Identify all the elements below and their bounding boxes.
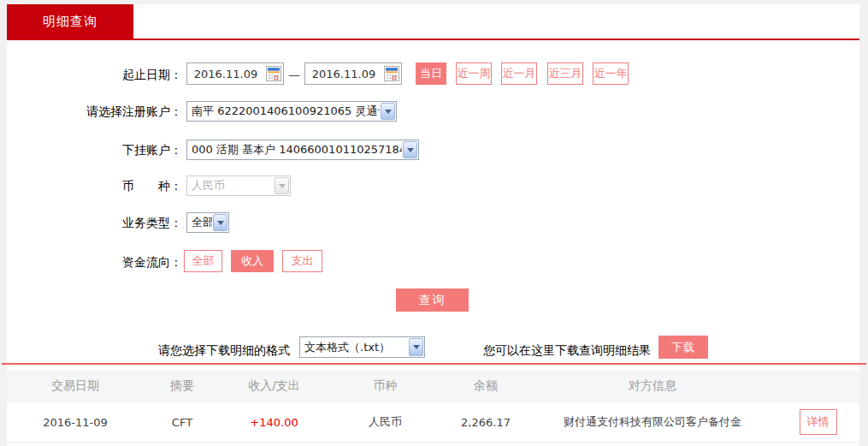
cell-currency: 人民币 [328, 402, 443, 442]
currency-label: 币 种： [0, 179, 182, 194]
registered-account-select[interactable]: 南平 6222001406100921065 灵通卡 [186, 101, 397, 122]
registered-account-label: 请选择注册账户： [0, 104, 182, 120]
download-button[interactable]: 下载 [658, 336, 708, 359]
tab-underline [7, 39, 859, 40]
quick-range-3months-button[interactable]: 近三月 [547, 62, 583, 85]
end-date-value: 2016.11.09 [305, 68, 384, 80]
chevron-down-icon [275, 177, 289, 194]
sub-account-label: 下挂账户： [0, 143, 182, 158]
start-date-input[interactable]: 2016.11.09 [186, 62, 284, 85]
start-date-value: 2016.11.09 [187, 68, 266, 80]
download-format-label: 请您选择下载明细的格式 [158, 340, 290, 361]
currency-select: 人民币 [186, 175, 291, 196]
header-summary: 摘要 [144, 370, 221, 402]
cell-balance: 2,266.17 [443, 402, 528, 442]
fund-flow-all-button[interactable]: 全部 [184, 250, 222, 272]
download-hint: 您可以在这里下载查询明细结果 [483, 340, 651, 361]
quick-range-today-button[interactable]: 当日 [416, 62, 446, 85]
calendar-icon[interactable] [384, 66, 399, 81]
header-action [776, 370, 859, 402]
section-divider [2, 363, 866, 365]
table-header-row: 交易日期 摘要 收入/支出 币种 余额 对方信息 [7, 370, 859, 402]
download-format-value: 文本格式（.txt） [300, 340, 408, 355]
cell-trade-date: 2016-11-09 [7, 402, 144, 442]
business-type-value: 全部 [187, 215, 212, 230]
end-date-input[interactable]: 2016.11.09 [304, 62, 402, 85]
tab-detail-query[interactable]: 明细查询 [7, 4, 133, 39]
query-button[interactable]: 查询 [396, 288, 469, 312]
currency-value: 人民币 [187, 178, 274, 193]
sub-account-value: 000 活期 基本户 1406600101102571848 [187, 142, 402, 158]
download-format-select[interactable]: 文本格式（.txt） [299, 336, 425, 358]
header-trade-date: 交易日期 [7, 370, 144, 402]
business-type-label: 业务类型： [0, 216, 182, 231]
table-row: 2016-11-09 CFT +140.00 人民币 2,266.17 财付通支… [7, 402, 859, 443]
header-balance: 余额 [443, 370, 528, 402]
detail-query-page: 明细查询 起止日期： 2016.11.09 — 2016.11.09 [0, 0, 868, 446]
cell-amount: +140.00 [221, 402, 328, 442]
date-range-label: 起止日期： [0, 68, 182, 83]
detail-button[interactable]: 详情 [800, 409, 837, 435]
business-type-select[interactable]: 全部 [186, 212, 229, 233]
chevron-down-icon[interactable] [213, 214, 227, 231]
registered-account-value: 南平 6222001406100921065 灵通卡 [187, 104, 380, 119]
chevron-down-icon[interactable] [403, 141, 417, 158]
header-counterparty: 对方信息 [528, 370, 776, 402]
chevron-down-icon[interactable] [381, 103, 395, 120]
date-range-separator: — [288, 68, 300, 81]
cell-summary: CFT [144, 402, 221, 442]
chevron-down-icon[interactable] [409, 338, 423, 356]
header-income-expense: 收入/支出 [221, 370, 328, 402]
fund-flow-expense-button[interactable]: 支出 [282, 250, 322, 272]
quick-range-month-button[interactable]: 近一月 [501, 62, 537, 85]
quick-range-week-button[interactable]: 近一周 [456, 62, 492, 85]
calendar-icon[interactable] [266, 66, 281, 81]
tab-label: 明细查询 [43, 14, 97, 30]
sub-account-select[interactable]: 000 活期 基本户 1406600101102571848 [186, 140, 419, 160]
quick-range-year-button[interactable]: 近一年 [593, 62, 629, 85]
header-currency: 币种 [328, 370, 443, 402]
fund-flow-label: 资金流向： [0, 255, 182, 271]
cell-counterparty: 财付通支付科技有限公司客户备付金 [528, 402, 776, 442]
fund-flow-income-button[interactable]: 收入 [231, 250, 274, 272]
